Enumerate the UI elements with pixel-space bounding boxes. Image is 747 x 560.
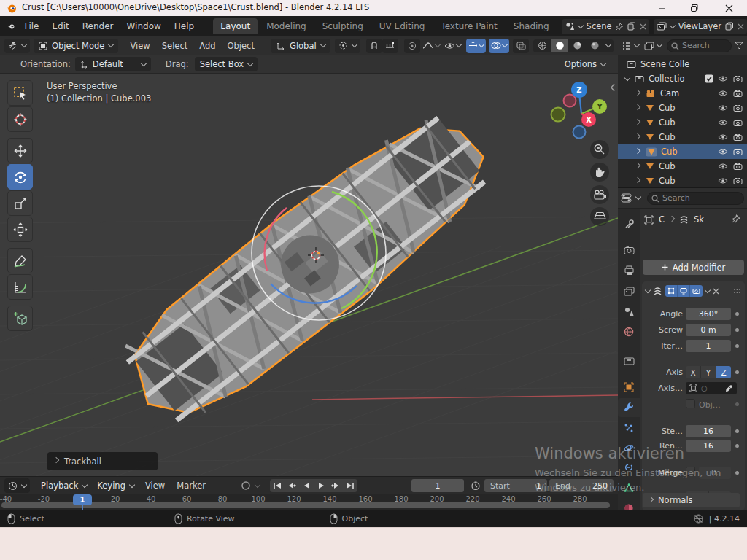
axis-object-field[interactable]: ○ (686, 382, 737, 394)
workspace-tab-layout[interactable]: Layout (213, 18, 258, 34)
workspace-tab-modeling[interactable]: Modeling (259, 18, 314, 34)
axis-animate-dot[interactable] (735, 370, 739, 374)
breadcrumb-object-icon[interactable] (644, 215, 654, 225)
disable-render-icon[interactable] (733, 177, 743, 184)
axis-neg-x-ball[interactable] (564, 95, 576, 107)
modifier-expand-chevron[interactable] (645, 287, 651, 292)
tab-constraints[interactable] (618, 458, 640, 477)
screw-field[interactable]: 0 m (686, 324, 731, 336)
disable-render-icon[interactable] (733, 119, 743, 126)
disable-render-icon[interactable] (733, 148, 743, 155)
scene-selector[interactable]: Scene (562, 19, 649, 34)
tab-collection[interactable] (618, 351, 640, 370)
tab-render[interactable] (618, 241, 640, 260)
overlays-toggle[interactable] (489, 39, 509, 53)
camera-view-button[interactable] (590, 185, 609, 204)
drag-mode-dropdown[interactable]: Select Box (195, 57, 258, 71)
close-button[interactable] (716, 0, 741, 16)
axis-neg-z-ball[interactable] (573, 126, 586, 139)
menu-view[interactable]: View (124, 41, 155, 51)
tab-tool[interactable] (618, 214, 640, 233)
tab-scene[interactable] (618, 302, 640, 321)
new-scene-icon[interactable] (627, 22, 636, 31)
workspace-tab-sculpting[interactable]: Sculpting (315, 18, 371, 34)
cube-expand-chevron[interactable] (635, 176, 640, 182)
jump-to-start-button[interactable] (270, 479, 285, 492)
start-frame-field[interactable]: Start 1 (484, 479, 547, 492)
camera-expand-chevron[interactable] (635, 89, 640, 95)
model-cube-003[interactable] (107, 96, 506, 441)
workspace-tab-shading[interactable]: Shading (506, 18, 557, 34)
properties-editor-chevron[interactable] (635, 194, 641, 200)
filter-icon[interactable] (735, 42, 743, 50)
visibility-dropdown[interactable] (442, 39, 463, 53)
timeline-scrollbar[interactable] (1, 502, 610, 508)
normals-subpanel-header[interactable]: Normals (643, 493, 740, 508)
cube-expand-chevron[interactable] (635, 147, 640, 153)
pin-icon[interactable] (616, 23, 624, 31)
outliner-row-camera[interactable]: Cam (618, 86, 747, 101)
display-realtime-toggle[interactable] (678, 285, 690, 297)
outliner-row-cube[interactable]: Cub (618, 159, 747, 174)
properties-editor-icon[interactable] (621, 193, 632, 203)
menu-object[interactable]: Object (222, 41, 260, 51)
proportional-falloff-dropdown[interactable] (420, 39, 442, 53)
tool-add-cube[interactable] (7, 306, 33, 331)
axis-z-button[interactable]: Z (716, 366, 731, 378)
autokey-chevron[interactable] (255, 481, 260, 487)
remove-viewlayer-icon[interactable] (738, 23, 744, 30)
breadcrumb-object-name[interactable]: C (659, 214, 665, 225)
viewport-3d[interactable]: Z Y X User Perspec (0, 74, 618, 476)
display-edit-mode-toggle[interactable] (665, 285, 678, 297)
hide-eye-icon[interactable] (718, 163, 728, 170)
display-render-toggle[interactable] (690, 285, 703, 297)
properties-pin-icon[interactable] (732, 214, 740, 223)
angle-field[interactable]: 360° (686, 308, 731, 320)
tab-object-data[interactable] (618, 478, 640, 497)
next-keyframe-button[interactable] (328, 479, 343, 492)
region-collapse-chevron[interactable] (611, 84, 614, 91)
timeline-view-menu[interactable]: View (139, 481, 171, 491)
outliner-row-collection[interactable]: Collectio (618, 71, 747, 86)
render-steps-animate-dot[interactable] (735, 444, 739, 448)
hide-eye-icon[interactable] (718, 75, 728, 82)
workspace-tab-texture-paint[interactable]: Texture Paint (433, 18, 504, 34)
tab-modifiers[interactable] (618, 398, 640, 417)
keying-menu[interactable]: Keying (92, 478, 139, 493)
tab-output[interactable] (618, 261, 640, 280)
outliner-row-cube[interactable]: Cub (618, 101, 747, 115)
steps-animate-dot[interactable] (735, 429, 739, 433)
tab-physics[interactable] (618, 438, 640, 457)
snap-settings-button[interactable] (382, 39, 398, 53)
hide-eye-icon[interactable] (718, 90, 728, 97)
tool-annotate[interactable] (7, 248, 33, 273)
merge-checkbox[interactable] (686, 467, 695, 476)
shading-material-button[interactable] (568, 39, 586, 52)
outliner-row-scene-collection[interactable]: Scene Colle (618, 57, 747, 71)
options-dropdown[interactable]: Options (560, 57, 611, 71)
eyedropper-icon[interactable] (725, 384, 733, 392)
collection-expand-chevron[interactable] (624, 74, 630, 80)
modifier-drag-handle[interactable] (733, 288, 741, 294)
tool-select-box[interactable] (7, 80, 33, 106)
cube-expand-chevron[interactable] (635, 162, 640, 168)
breadcrumb-modifier-name[interactable]: Sk (694, 214, 704, 225)
timeline-editor-type-button[interactable] (4, 478, 30, 493)
tool-transform[interactable] (7, 217, 33, 242)
minimize-button[interactable] (649, 0, 674, 16)
play-button[interactable] (314, 479, 328, 492)
menu-help[interactable]: Help (168, 16, 201, 36)
render-steps-field[interactable]: 16 (686, 440, 731, 452)
menu-add[interactable]: Add (193, 41, 221, 51)
xray-toggle[interactable] (513, 39, 529, 53)
transform-orientation-dropdown[interactable]: Global (271, 39, 330, 53)
gizmos-toggle[interactable] (466, 39, 486, 53)
playback-menu[interactable]: Playback (36, 478, 92, 493)
timeline-ruler[interactable]: -40 -20 20 40 60 80 100 120 140 160 180 … (0, 494, 618, 510)
playhead[interactable]: 1 (73, 494, 92, 505)
tool-cursor[interactable] (7, 106, 33, 132)
outliner-display-chevron[interactable] (657, 42, 662, 47)
merge-threshold-field[interactable]: 0. (699, 467, 731, 479)
axis-x-button[interactable]: X (686, 366, 701, 378)
collection-checkbox[interactable] (705, 74, 713, 83)
